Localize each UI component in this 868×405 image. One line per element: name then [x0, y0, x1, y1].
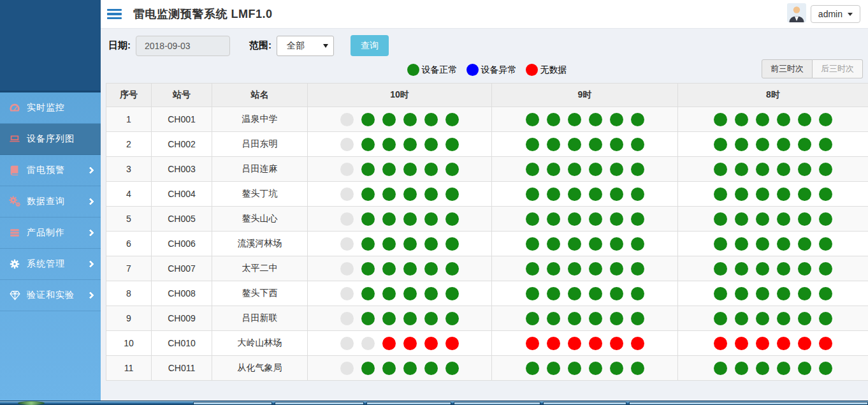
status-dot [445, 163, 459, 176]
station-name: 鳌头丁坑 [212, 182, 308, 207]
status-dot [361, 287, 375, 300]
status-dot [610, 188, 623, 201]
taskbar-item[interactable] [275, 402, 364, 405]
table-row: 5CH005鳌头山心 [106, 207, 868, 232]
sidebar-item-list[interactable]: 产品制作 [0, 217, 101, 249]
taskbar-item[interactable] [454, 402, 540, 405]
range-label: 范围: [249, 40, 271, 52]
date-label: 日期: [108, 40, 131, 52]
station-id: CH002 [152, 132, 212, 157]
status-dot [403, 312, 417, 325]
status-dot [361, 312, 375, 325]
table-row: 11CH011从化气象局 [106, 356, 868, 381]
taskbar-item[interactable] [543, 402, 626, 405]
status-dots-cell-h10 [308, 107, 492, 132]
status-dot [424, 163, 438, 176]
status-dot [382, 188, 396, 201]
status-dot [382, 337, 396, 350]
status-dot [547, 163, 560, 176]
table-row: 7CH007太平二中 [106, 256, 868, 281]
legend-label: 无数据 [540, 64, 567, 76]
status-dot [798, 163, 811, 176]
status-dot [589, 287, 602, 300]
status-dot [424, 362, 438, 375]
chevron-right-icon [87, 166, 94, 173]
status-dot [631, 362, 644, 375]
status-dot [777, 113, 790, 126]
sidebar-item-gear[interactable]: 系统管理 [0, 249, 101, 280]
station-name: 吕田东明 [212, 132, 308, 157]
station-id: CH008 [152, 281, 212, 306]
status-dot [547, 212, 560, 226]
status-dots-cell-h8 [678, 132, 868, 157]
sidebar-item-gauge[interactable]: 实时监控 [0, 92, 101, 124]
status-dots-cell-h10 [308, 207, 492, 232]
status-dot [777, 212, 790, 226]
status-dot [777, 362, 790, 375]
status-dot [547, 312, 560, 325]
status-dot [756, 262, 769, 276]
date-input[interactable] [136, 36, 230, 56]
status-dot [589, 362, 602, 375]
query-button[interactable]: 查询 [351, 35, 389, 56]
station-id: CH004 [152, 182, 212, 207]
table-row: 10CH010大岭山林场 [106, 331, 868, 356]
hamburger-menu-icon[interactable] [106, 4, 123, 24]
status-dot [756, 312, 769, 325]
status-dot [756, 138, 769, 151]
next-three-hours-button[interactable]: 后三时次 [813, 59, 863, 78]
status-dots-cell-h9 [492, 182, 678, 207]
status-dot [610, 362, 623, 375]
status-dots-cell-h9 [492, 232, 678, 256]
status-dot [568, 113, 581, 126]
status-dots-cell-h8 [678, 306, 868, 331]
status-dot [424, 188, 438, 201]
status-dot [610, 237, 623, 251]
status-dot [568, 362, 581, 375]
taskbar-item[interactable] [629, 402, 868, 405]
status-dot [445, 262, 459, 276]
status-dot [403, 337, 417, 350]
legend-item: 设备正常 [407, 64, 458, 76]
status-dots-cell-h9 [492, 207, 678, 232]
status-dot [777, 163, 790, 176]
taskbar-item[interactable] [193, 402, 272, 405]
legend-dot [407, 64, 419, 76]
gear-icon [6, 258, 23, 270]
status-dot [547, 337, 560, 350]
status-dot [735, 138, 748, 151]
row-number: 10 [106, 331, 152, 356]
status-dot [361, 138, 375, 151]
status-dot [526, 163, 539, 176]
status-dot [403, 287, 417, 300]
sidebar-nav: 实时监控设备序列图雷电预警数据查询产品制作系统管理验证和实验 [0, 92, 101, 311]
status-dot [403, 138, 417, 151]
main-area: 雷电监测预警系统 LMF1.0 admin 日期: [101, 0, 868, 401]
status-dot [798, 113, 811, 126]
admin-dropdown-button[interactable]: admin [811, 5, 860, 23]
range-select[interactable]: 全部 [277, 36, 334, 56]
status-dot [568, 163, 581, 176]
status-dot [714, 337, 727, 350]
sidebar-item-cogs[interactable]: 数据查询 [0, 186, 101, 217]
status-dot [568, 287, 581, 300]
status-dot [382, 237, 396, 251]
status-dot [340, 237, 354, 251]
sidebar-item-book[interactable]: 雷电预警 [0, 155, 101, 186]
prev-three-hours-button[interactable]: 前三时次 [762, 59, 813, 78]
status-dot [819, 188, 832, 201]
sidebar-item-gem[interactable]: 验证和实验 [0, 280, 101, 311]
status-dot [568, 312, 581, 325]
status-dot [714, 113, 727, 126]
status-dot [610, 287, 623, 300]
taskbar-item[interactable] [366, 402, 451, 405]
start-button[interactable] [18, 401, 45, 405]
status-dot [631, 312, 644, 325]
sidebar-item-laptop[interactable]: 设备序列图 [0, 124, 101, 155]
status-dot [424, 138, 438, 151]
gem-icon [6, 290, 23, 301]
status-dot [735, 362, 748, 375]
status-dot [361, 237, 375, 251]
status-dot [631, 163, 644, 176]
status-dot [568, 138, 581, 151]
